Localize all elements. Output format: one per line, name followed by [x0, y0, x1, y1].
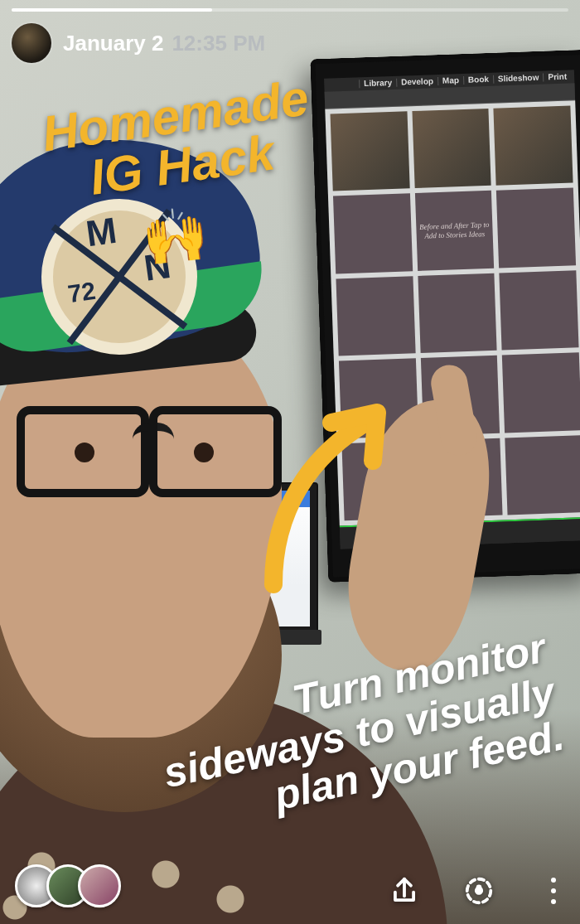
- viewer-avatar[interactable]: [78, 864, 121, 907]
- cap-letter-m: M: [84, 212, 118, 253]
- eye: [194, 443, 214, 462]
- grid-cell: [418, 273, 497, 354]
- lr-tab-develop: Develop: [396, 77, 437, 87]
- glasses-left-lens: [17, 406, 149, 497]
- story-date: January 2: [63, 31, 163, 56]
- viewers-stack[interactable]: [15, 864, 121, 907]
- glasses-right-lens: [149, 406, 282, 497]
- raised-hands-emoji: 🙌: [139, 202, 211, 271]
- lr-tab-library: Library: [359, 79, 396, 89]
- lr-tab-map: Map: [437, 76, 463, 85]
- eye: [75, 443, 94, 462]
- person-glasses: [17, 406, 282, 481]
- avatar[interactable]: [12, 23, 51, 63]
- grid-cell: [333, 194, 413, 274]
- instagram-story-viewer: Library Develop Map Book Slideshow Print…: [0, 0, 580, 924]
- lr-tab-slideshow: Slideshow: [493, 74, 544, 84]
- grid-cell: [496, 188, 576, 268]
- kebab-dots: [551, 878, 556, 904]
- lr-tab-print: Print: [543, 72, 571, 81]
- grid-cell: [505, 435, 580, 515]
- more-menu-icon[interactable]: [535, 873, 572, 909]
- highlight-ring-icon[interactable]: [461, 873, 497, 909]
- svg-point-1: [476, 885, 482, 891]
- grid-cell: [502, 352, 580, 433]
- story-header[interactable]: January 2 12:35 PM: [12, 23, 265, 63]
- grid-cell-caption: Before and After Tap to Add to Stories I…: [415, 191, 495, 271]
- cap-number: 72: [66, 278, 97, 307]
- grid-cell: [412, 109, 491, 189]
- share-icon[interactable]: [386, 873, 423, 909]
- grid-cell: [494, 105, 573, 186]
- grid-cell: [336, 276, 415, 356]
- story-time: 12:35 PM: [172, 31, 265, 56]
- story-actions: [386, 873, 572, 909]
- story-progress-bar[interactable]: [12, 8, 568, 12]
- story-timestamp: January 2 12:35 PM: [63, 31, 265, 56]
- grid-cell: [331, 111, 410, 191]
- lr-tab-book: Book: [463, 75, 493, 85]
- grid-cell: [500, 270, 579, 351]
